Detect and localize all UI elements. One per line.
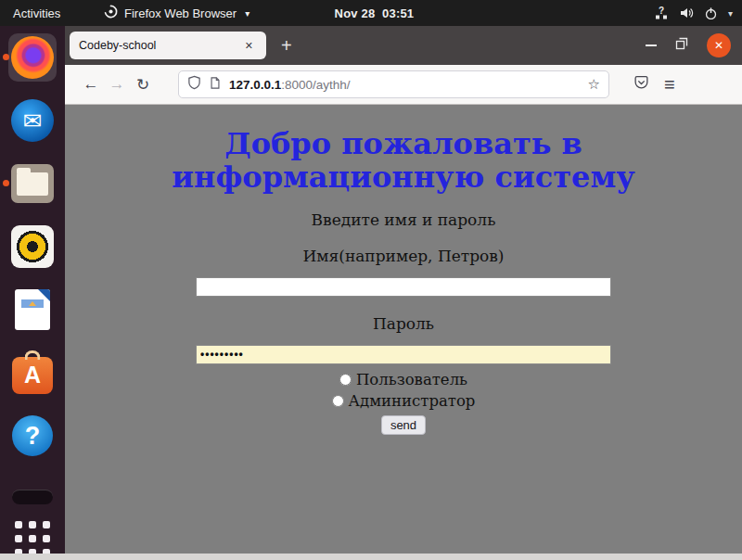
files-icon [11,164,54,203]
page-title: Добро пожаловать в информационную систем… [144,127,663,195]
tab-bar: Codeby-school ✕ + ✕ [65,26,742,65]
url-text[interactable]: 127.0.0.1:8000/aythh/ [229,78,351,92]
libreoffice-writer-icon [15,289,50,330]
url-bar[interactable]: 127.0.0.1:8000/aythh/ ☆ [178,70,609,98]
password-label: Пароль [65,314,742,333]
window-controls: ✕ [646,33,742,57]
dock-item-firefox[interactable] [8,33,57,82]
user-radio-label: Пользователь [356,371,467,388]
name-label: Имя(например, Петров) [65,247,742,265]
dark-app-icon [12,490,53,504]
menu-icon[interactable]: ≡ [664,74,675,95]
volume-icon [679,6,694,20]
bookmark-star-icon[interactable]: ☆ [588,76,600,93]
minimize-button[interactable] [646,45,657,46]
network-unknown-icon: ? [654,6,669,20]
pocket-icon[interactable] [633,75,649,95]
thunderbird-icon: ✉ [11,99,54,142]
firefox-icon [11,36,54,79]
screen-bottom-strip [0,554,742,560]
name-input[interactable] [196,277,611,297]
dock-item-help[interactable]: ? [8,412,57,460]
restore-button[interactable] [675,37,688,54]
system-tray[interactable]: ? ▾ [654,6,733,20]
running-indicator [3,54,9,60]
dock-item-dark-app[interactable] [8,482,57,501]
dock-item-libreoffice-writer[interactable] [8,286,57,334]
shield-icon[interactable] [187,75,201,94]
back-button[interactable]: ← [78,75,104,94]
url-path: :8000/aythh/ [281,78,350,92]
page-info-icon[interactable] [209,76,222,94]
role-option-admin: Администратор [65,392,742,410]
dock-item-files[interactable] [8,159,57,208]
subtitle: Введите имя и пароль [65,210,742,229]
password-input[interactable] [196,345,611,364]
app-grid-icon [15,521,50,556]
close-button[interactable]: ✕ [707,33,731,57]
tab-close-icon[interactable]: ✕ [241,38,257,54]
send-button[interactable]: send [381,415,426,435]
help-icon: ? [12,415,53,456]
app-menu-label: Firefox Web Browser [124,6,237,20]
chevron-down-icon: ▾ [728,8,733,19]
running-indicator [3,180,9,186]
dock-item-app-grid[interactable] [8,510,57,558]
admin-radio-label: Администратор [349,392,476,410]
navigation-toolbar: ← → ↻ 127.0.0.1:8000/aythh/ ☆ ≡ [65,65,742,105]
svg-text:?: ? [659,6,664,16]
dock-item-thunderbird[interactable]: ✉ [8,96,57,145]
dock: ✉ A ? [0,26,65,554]
top-system-bar: Activities Firefox Web Browser ▾ Nov 28 … [0,0,742,26]
close-icon: ✕ [714,39,723,52]
clock[interactable]: Nov 28 03:51 [335,6,415,20]
user-radio[interactable] [339,374,352,386]
rhythmbox-icon [11,225,54,268]
admin-radio[interactable] [332,395,344,407]
firefox-mono-icon [104,5,118,21]
url-host: 127.0.0.1 [229,78,281,92]
tab-title: Codeby-school [79,39,241,52]
page-content: Добро пожаловать в информационную систем… [65,105,742,553]
tab-codeby-school[interactable]: Codeby-school ✕ [70,32,266,59]
firefox-window: Codeby-school ✕ + ✕ ← → ↻ 127.0.0.1:8000… [65,26,742,560]
activities-button[interactable]: Activities [0,0,73,26]
power-icon [704,6,718,20]
chevron-down-icon: ▾ [245,8,249,19]
ubuntu-software-icon: A [12,357,53,394]
forward-button[interactable]: → [104,75,130,94]
app-menu[interactable]: Firefox Web Browser ▾ [104,5,249,21]
reload-button[interactable]: ↻ [130,75,156,95]
new-tab-button[interactable]: + [281,35,292,57]
role-option-user: Пользователь [65,371,742,388]
dock-item-rhythmbox[interactable] [8,223,57,271]
dock-item-ubuntu-software[interactable]: A [8,349,57,397]
